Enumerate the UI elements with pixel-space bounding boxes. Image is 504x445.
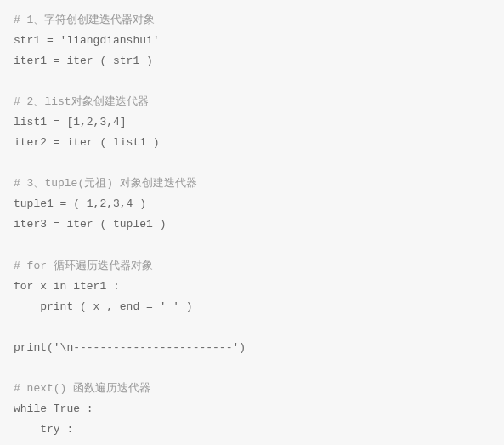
- code-line: # 3、tuple(元祖) 对象创建迭代器: [14, 174, 490, 194]
- code-line: iter3 = iter ( tuple1 ): [14, 214, 490, 235]
- code-line: str1 = 'liangdianshui': [14, 31, 490, 51]
- code-line: # next() 函数遍历迭代器: [14, 379, 490, 399]
- code-line: [14, 71, 490, 92]
- code-line: # 2、list对象创建迭代器: [14, 92, 490, 112]
- code-line: [14, 317, 490, 338]
- code-line: iter2 = iter ( list1 ): [14, 133, 490, 153]
- code-line: # 1、字符创创建迭代器对象: [14, 10, 490, 31]
- code-line: iter1 = iter ( str1 ): [14, 51, 490, 71]
- code-line: list1 = [1,2,3,4]: [14, 112, 490, 133]
- code-line: print ( x , end = ' ' ): [14, 297, 490, 317]
- code-line: [14, 236, 490, 256]
- code-line: [14, 358, 490, 379]
- code-line: print('\n------------------------'): [14, 338, 490, 358]
- code-line: tuple1 = ( 1,2,3,4 ): [14, 194, 490, 214]
- code-line: while True :: [14, 399, 490, 419]
- code-line: try :: [14, 419, 490, 440]
- code-block: # 1、字符创创建迭代器对象str1 = 'liangdianshui'iter…: [14, 10, 490, 445]
- code-line: [14, 153, 490, 174]
- code-line: for x in iter1 :: [14, 277, 490, 297]
- code-line: print ( next ( iter3 ) ): [14, 440, 490, 445]
- code-line: # for 循环遍历迭代器对象: [14, 256, 490, 277]
